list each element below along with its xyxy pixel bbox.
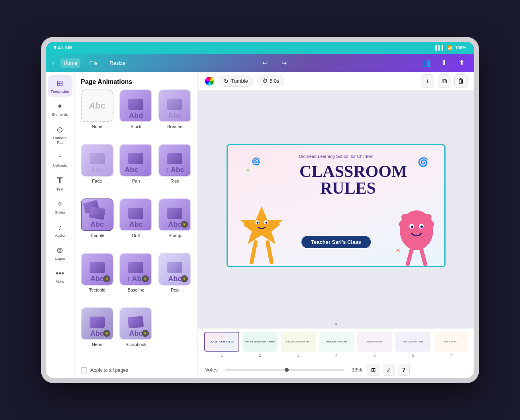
anim-item-fade[interactable]: Abc Fade [79,144,115,195]
main-content: ⊞ Templates ✦ Elements ⊙ Camera R... ↑ U… [46,72,474,378]
anim-preview-pop: Abc ♛ [158,253,191,286]
anim-preview-fade: Abc [81,144,113,177]
color-picker[interactable] [204,76,215,86]
anim-preview-drift: Abc [119,198,152,231]
fullscreen-button[interactable]: ⤢ [383,364,395,376]
anim-item-tumble[interactable]: Abc Tumble [79,198,115,250]
slide-canvas[interactable]: 🌀 ✳ 🌀 ✳ Oldmead Learning School for Chil… [227,144,446,267]
uploads-icon: ↑ [58,153,62,162]
strip-num-2: 2 [259,353,261,358]
apply-all-checkbox[interactable] [81,367,87,373]
strip-item-6[interactable]: My 5 Classroom Rules 6 [395,332,430,358]
anim-item-tectonic[interactable]: Abc ♛ Tectonic [79,253,115,304]
anim-label-block: Block [131,124,141,129]
share-people-button[interactable]: 👥 [420,56,433,69]
more-icon: ••• [56,269,64,278]
canvas-toolbar: ↻ Tumble ⏱ 5.0s + ⧉ 🗑 [198,72,474,90]
home-button[interactable]: Home [61,58,81,68]
sidebar-item-text[interactable]: T Text [48,172,72,194]
sidebar: ⊞ Templates ✦ Elements ⊙ Camera R... ↑ U… [46,72,74,378]
strip-thumb-4[interactable]: Introduction to My Class [319,332,354,352]
file-button[interactable]: File [86,58,101,68]
crown-icon-tectonic: ♛ [103,275,110,282]
resize-button[interactable]: Resize [106,58,129,68]
anim-preview-baseline: ↑ Abc ♛ [119,253,152,286]
help-button[interactable]: ? [398,364,410,376]
anim-item-baseline[interactable]: ↑ Abc ♛ Baseline [118,253,154,304]
anim-preview-tectonic: Abc ♛ [81,253,113,286]
duplicate-page-button[interactable]: ⧉ [438,74,451,88]
sidebar-label-uploads: Uploads [53,163,67,167]
sidebar-item-uploads[interactable]: ↑ Uploads [48,150,72,171]
strip-thumb-5[interactable]: What You'll Learn [357,332,392,352]
sidebar-item-styles[interactable]: ✧ Styles [48,196,72,218]
sidebar-item-audio[interactable]: ♪ Audio [48,220,72,241]
deco-spiral1: 🌀 [252,157,260,166]
share-button[interactable]: ⬆ [455,56,468,69]
filmstrip-toggle[interactable]: ▲ [198,321,474,328]
svg-line-8 [268,242,272,262]
svg-line-19 [421,249,425,264]
strip-thumb-3[interactable]: In my class, we do our best... [281,332,316,352]
duration-selector[interactable]: ⏱ 5.0s [257,76,285,86]
svg-point-17 [425,214,432,220]
sidebar-item-elements[interactable]: ✦ Elements [48,98,72,120]
deco-spiral2: 🌀 [418,157,428,167]
notes-label: Notes [204,367,218,373]
strip-item-3[interactable]: In my class, we do our best... 3 [281,332,316,358]
page-overview-button[interactable]: ⊞ [368,364,379,376]
strip-thumb-2[interactable]: Hello and welcome back to school! [242,332,278,352]
animations-grid: Abc None Abd Block [74,89,197,359]
animation-selector[interactable]: ↻ Tumble [219,76,253,87]
sidebar-item-camera[interactable]: ⊙ Camera R... [48,122,72,148]
anim-item-pop[interactable]: Abc ♛ Pop [157,253,193,304]
anim-item-rise[interactable]: ↑ Abc Rise [157,144,193,195]
slide-title: CLASSROOM RULES [299,163,397,196]
undo-button[interactable]: ↩ [258,56,271,69]
download-button[interactable]: ⬇ [438,56,450,69]
sidebar-item-logos[interactable]: ⊚ Logos [48,242,72,264]
anim-item-breathe[interactable]: Abc Breathe [157,89,193,141]
sidebar-label-templates: Templates [51,89,69,93]
svg-point-16 [401,214,408,220]
anim-preview-block: Abd [119,89,152,122]
anim-preview-none: Abc [81,89,113,122]
strip-item-7[interactable]: Rule 1: Be on... 7 [434,332,469,358]
animations-panel: Page Animations Abc None [74,72,198,378]
strip-item-1[interactable]: CLASSROOM RULES 1 [204,332,239,358]
anim-preview-stomp: Abc ♛ [158,198,191,231]
strip-num-4: 4 [335,353,338,358]
apply-all-section[interactable]: Apply to all pages [74,362,197,378]
add-page-button[interactable]: + [421,74,434,88]
back-button[interactable]: ‹ [52,58,55,68]
strip-item-2[interactable]: Hello and welcome back to school! 2 [242,332,278,358]
bottom-actions: ⊞ ⤢ ? [368,364,410,376]
anim-item-block[interactable]: Abd Block [118,89,154,141]
anim-item-pan[interactable]: Abc → Pan [118,144,154,195]
strip-item-4[interactable]: Introduction to My Class 4 [319,332,354,358]
strip-thumb-6[interactable]: My 5 Classroom Rules [395,332,430,352]
strip-item-5[interactable]: What You'll Learn 5 [357,332,392,358]
anim-preview-breathe: Abc [158,89,191,122]
anim-label-tumble: Tumble [90,233,104,238]
bottom-bar: Notes 33% ⊞ ⤢ ? [198,361,474,378]
slide-wrapper: 🌀 ✳ 🌀 ✳ Oldmead Learning School for Chil… [198,90,474,321]
strip-thumb-7[interactable]: Rule 1: Be on... [434,332,469,352]
delete-page-button[interactable]: 🗑 [454,74,468,88]
redo-button[interactable]: ↪ [278,56,290,69]
anim-item-scrapbook[interactable]: Abc ♛ Scrapbook [118,307,154,359]
anim-item-drift[interactable]: Abc Drift [118,198,154,250]
sidebar-item-more[interactable]: ••• More [48,266,72,287]
anim-label-baseline: Baseline [127,288,144,292]
strip-num-5: 5 [373,353,376,358]
strip-thumb-1[interactable]: CLASSROOM RULES [204,332,239,352]
anim-item-none[interactable]: Abc None [79,89,115,141]
status-time: 9:41 AM [54,45,72,51]
anim-item-neon[interactable]: Abc ♛ Neon [79,307,115,359]
progress-track[interactable] [225,369,344,371]
sidebar-item-templates[interactable]: ⊞ Templates [48,75,72,97]
toolbar-right: 👥 ⬇ ⬆ [420,56,468,69]
progress-dot [285,368,289,372]
strip-num-3: 3 [297,353,299,358]
anim-item-stomp[interactable]: Abc ♛ Stomp [157,198,193,250]
